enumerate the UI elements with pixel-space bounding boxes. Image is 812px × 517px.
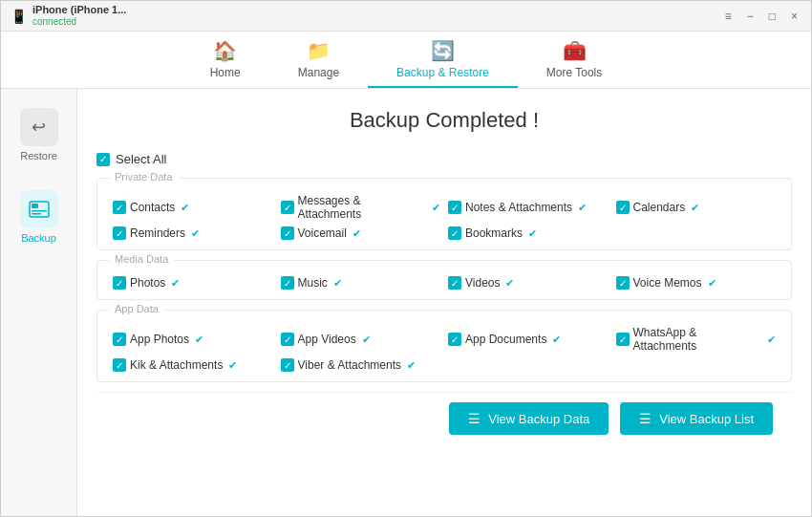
item-calendars[interactable]: Calendars ✔	[616, 194, 777, 221]
sidebar-backup[interactable]: Backup	[6, 181, 73, 253]
kik-verified-icon: ✔	[228, 359, 237, 372]
backup-restore-icon: 🔄	[431, 39, 455, 62]
backup-icon	[20, 190, 58, 228]
notes-checkbox[interactable]	[448, 201, 461, 214]
app-videos-label: App Videos	[298, 333, 356, 346]
app-photos-checkbox[interactable]	[113, 333, 126, 346]
manage-icon: 📁	[307, 39, 331, 62]
item-photos[interactable]: Photos ✔	[113, 276, 273, 290]
item-voice-memos[interactable]: Voice Memos ✔	[616, 276, 777, 290]
reminders-checkbox[interactable]	[113, 226, 126, 240]
page-title: Backup Completed !	[96, 108, 792, 133]
app-documents-checkbox[interactable]	[448, 333, 461, 346]
title-bar: 📱 iPhone (iPhone 1... connected ≡ − □ ×	[1, 1, 811, 32]
nav-more-tools[interactable]: 🧰 More Tools	[518, 32, 630, 88]
whatsapp-label: WhatsApp & Attachments	[633, 326, 762, 353]
videos-label: Videos	[465, 276, 500, 290]
notes-verified-icon: ✔	[578, 202, 587, 214]
sidebar: ↩ Restore Backup	[1, 89, 77, 516]
calendars-label: Calendars	[633, 201, 686, 214]
voicemail-verified-icon: ✔	[353, 227, 361, 240]
item-notes[interactable]: Notes & Attachments ✔	[448, 194, 609, 221]
contacts-verified-icon: ✔	[181, 202, 189, 214]
item-whatsapp[interactable]: WhatsApp & Attachments ✔	[616, 326, 777, 353]
view-backup-list-button[interactable]: ☰ View Backup List	[620, 402, 773, 435]
item-app-videos[interactable]: App Videos ✔	[281, 326, 441, 353]
item-reminders[interactable]: Reminders ✔	[113, 226, 273, 240]
whatsapp-checkbox[interactable]	[616, 333, 630, 346]
item-videos[interactable]: Videos ✔	[448, 276, 609, 290]
music-checkbox[interactable]	[281, 276, 294, 290]
svg-rect-2	[32, 210, 47, 212]
maximize-button[interactable]: □	[765, 8, 780, 25]
select-all-row[interactable]: Select All	[96, 152, 792, 166]
nav-backup-restore-label: Backup & Restore	[396, 66, 489, 79]
sidebar-restore[interactable]: ↩ Restore	[6, 98, 73, 171]
svg-rect-3	[32, 213, 41, 215]
app-documents-verified-icon: ✔	[552, 334, 561, 346]
private-data-title: Private Data	[109, 171, 179, 183]
bookmarks-label: Bookmarks	[465, 226, 523, 240]
item-app-photos[interactable]: App Photos ✔	[113, 326, 273, 353]
music-label: Music	[298, 276, 328, 290]
app-window: 📱 iPhone (iPhone 1... connected ≡ − □ × …	[0, 0, 812, 517]
select-all-checkbox[interactable]	[96, 153, 110, 166]
kik-label: Kik & Attachments	[130, 358, 223, 372]
view-backup-data-button[interactable]: ☰ View Backup Data	[449, 402, 609, 435]
nav-backup-restore[interactable]: 🔄 Backup & Restore	[368, 32, 518, 88]
app-photos-label: App Photos	[130, 333, 189, 346]
messages-checkbox[interactable]	[281, 201, 294, 214]
videos-checkbox[interactable]	[448, 276, 461, 290]
notes-label: Notes & Attachments	[465, 201, 572, 214]
item-viber[interactable]: Viber & Attachments ✔	[281, 358, 441, 372]
more-tools-icon: 🧰	[563, 39, 587, 62]
voice-memos-checkbox[interactable]	[616, 276, 630, 290]
messages-verified-icon: ✔	[432, 202, 440, 214]
window-controls: ≡ − □ ×	[721, 8, 801, 25]
nav-home[interactable]: 🏠 Home	[182, 32, 269, 88]
voicemail-checkbox[interactable]	[281, 226, 294, 240]
app-videos-checkbox[interactable]	[281, 333, 294, 346]
voice-memos-label: Voice Memos	[633, 276, 702, 290]
item-messages[interactable]: Messages & Attachments ✔	[281, 194, 441, 221]
item-app-documents[interactable]: App Documents ✔	[448, 326, 609, 353]
viber-checkbox[interactable]	[281, 358, 294, 372]
item-voicemail[interactable]: Voicemail ✔	[281, 226, 441, 240]
kik-checkbox[interactable]	[113, 358, 126, 372]
item-contacts[interactable]: Contacts ✔	[113, 194, 273, 221]
app-photos-verified-icon: ✔	[195, 334, 203, 346]
contacts-checkbox[interactable]	[113, 201, 126, 214]
minimize-button[interactable]: −	[743, 8, 758, 25]
viber-label: Viber & Attachments	[298, 358, 402, 372]
app-data-title: App Data	[109, 303, 164, 314]
app-data-section: App Data App Photos ✔ App Videos ✔ Ap	[96, 310, 792, 382]
item-bookmarks[interactable]: Bookmarks ✔	[448, 226, 609, 240]
item-music[interactable]: Music ✔	[281, 276, 441, 290]
close-button[interactable]: ×	[787, 8, 801, 25]
bookmarks-checkbox[interactable]	[448, 226, 461, 240]
nav-more-tools-label: More Tools	[546, 66, 602, 79]
view-backup-data-label: View Backup Data	[488, 412, 589, 426]
nav-bar: 🏠 Home 📁 Manage 🔄 Backup & Restore 🧰 Mor…	[1, 32, 811, 89]
reminders-label: Reminders	[130, 226, 185, 240]
device-info: iPhone (iPhone 1... connected	[32, 4, 126, 28]
contacts-label: Contacts	[130, 201, 175, 214]
home-icon: 🏠	[213, 39, 237, 62]
calendars-checkbox[interactable]	[616, 201, 630, 214]
messages-label: Messages & Attachments	[298, 194, 427, 221]
view-backup-list-icon: ☰	[639, 411, 652, 426]
music-verified-icon: ✔	[333, 277, 342, 290]
nav-manage[interactable]: 📁 Manage	[269, 32, 368, 88]
svg-rect-1	[32, 204, 38, 208]
item-kik[interactable]: Kik & Attachments ✔	[113, 358, 273, 372]
menu-button[interactable]: ≡	[721, 8, 736, 25]
viber-verified-icon: ✔	[407, 359, 416, 372]
videos-verified-icon: ✔	[505, 277, 514, 290]
nav-manage-label: Manage	[298, 66, 339, 79]
photos-checkbox[interactable]	[113, 276, 126, 290]
media-data-section: Media Data Photos ✔ Music ✔ Videos	[96, 260, 792, 300]
sidebar-backup-label: Backup	[21, 232, 56, 244]
restore-icon: ↩	[20, 108, 58, 146]
private-data-section: Private Data Contacts ✔ Messages & Attac…	[96, 178, 792, 250]
app-documents-label: App Documents	[465, 333, 546, 346]
